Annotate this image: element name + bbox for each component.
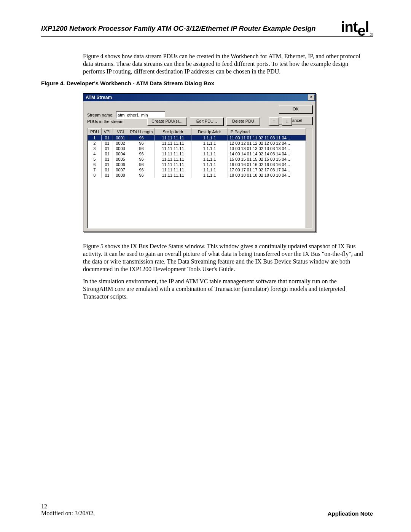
table-row[interactable]: 60100069611.11.11.111.1.1.116 00 16 01 1… (88, 162, 312, 167)
column-header[interactable]: PDU (88, 129, 102, 135)
table-row[interactable]: 10100019611.11.11.111.1.1.111 00 11 01 1… (88, 135, 312, 141)
modified-date: Modified on: 3/20/02, (41, 510, 95, 517)
atm-stream-dialog: ATM Stream × Stream name: OK Cancel PDUs… (83, 93, 316, 232)
create-pdu-button[interactable]: Create PDU(s)... (147, 117, 187, 126)
table-row[interactable]: 20100029611.11.11.111.1.1.112 00 12 01 1… (88, 141, 312, 146)
figure4-caption: Figure 4. Developer's Workbench - ATM Da… (41, 80, 373, 86)
pdu-list[interactable]: PDUVPIVCIPDU LengthSrc Ip AddrDest Ip Ad… (87, 128, 312, 228)
stream-name-label: Stream name: (87, 113, 113, 117)
page-header: IXP1200 Network Processor Family ATM OC-… (41, 23, 373, 37)
paragraph-sim-env: In the simulation environment, the IP an… (83, 278, 366, 300)
close-icon[interactable]: × (308, 94, 315, 101)
pdus-in-stream-label: PDUs in the stream: (87, 119, 144, 124)
intel-logo: intel® (341, 23, 373, 34)
column-header[interactable]: Src Ip Addr (155, 129, 191, 135)
table-row[interactable]: 70100079611.11.11.111.1.1.117 00 17 01 1… (88, 167, 312, 173)
column-header[interactable]: VCI (113, 129, 128, 135)
ok-button[interactable]: OK (279, 105, 312, 113)
table-row[interactable]: 40100049611.11.11.111.1.1.114 00 14 01 1… (88, 151, 312, 157)
dialog-title: ATM Stream (86, 95, 112, 100)
column-header[interactable]: IP Payload (228, 129, 312, 135)
page-footer: 12 Modified on: 3/20/02, Application Not… (41, 503, 373, 517)
vertical-scrollbar[interactable] (306, 128, 312, 228)
delete-pdu-button[interactable]: Delete PDU (226, 117, 260, 126)
paragraph-fig5-desc: Figure 5 shows the IX Bus Device Status … (83, 243, 366, 273)
application-note-label: Application Note (328, 510, 373, 517)
table-row[interactable]: 50100059611.11.11.111.1.1.115 00 15 01 1… (88, 157, 312, 162)
column-header[interactable]: VPI (102, 129, 113, 135)
edit-pdu-button[interactable]: Edit PDU... (190, 117, 223, 126)
dialog-titlebar[interactable]: ATM Stream × (83, 94, 315, 101)
move-down-button[interactable]: ↓ (282, 117, 292, 126)
column-header[interactable]: Dest Ip Addr (191, 129, 228, 135)
column-header[interactable]: PDU Length (128, 129, 155, 135)
doc-title: IXP1200 Network Processor Family ATM OC-… (41, 25, 316, 33)
table-row[interactable]: 80100089611.11.11.111.1.1.118 00 18 01 1… (88, 173, 312, 178)
table-row[interactable]: 30100039611.11.11.111.1.1.113 00 13 01 1… (88, 146, 312, 151)
page-number: 12 (41, 503, 95, 510)
move-up-button[interactable]: ↑ (269, 117, 279, 126)
paragraph-intro-fig4: Figure 4 shows how data stream PDUs can … (83, 53, 366, 75)
registered-mark: ® (370, 34, 373, 37)
